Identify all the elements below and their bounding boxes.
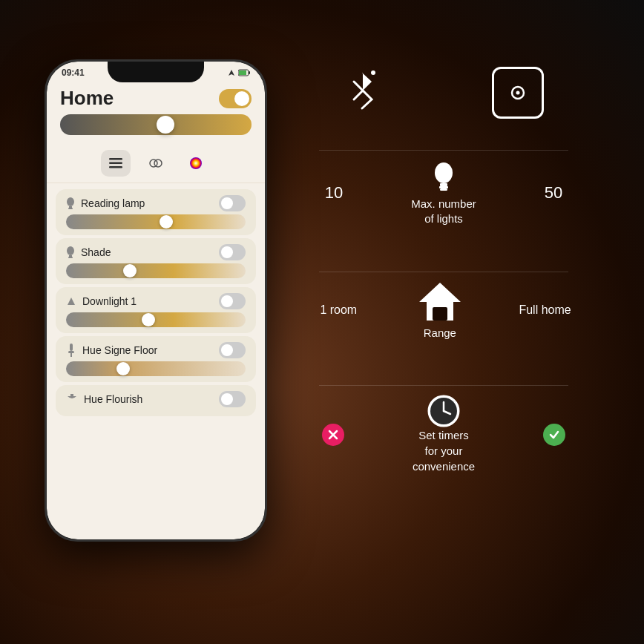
check-icon (549, 430, 559, 440)
bulb-large-icon (433, 160, 455, 197)
svg-rect-18 (68, 351, 74, 353)
hub-inner-icon (505, 79, 531, 106)
hub-icon (492, 67, 544, 119)
svg-rect-2 (239, 70, 246, 75)
light-name-row: Hue Signe Floor (66, 344, 157, 357)
color-icon (189, 157, 203, 170)
svg-rect-20 (70, 394, 73, 396)
hub-max-lights: 50 (539, 183, 568, 203)
svg-rect-27 (440, 188, 447, 191)
phone-notch (108, 62, 204, 82)
light-item-downlight[interactable]: Downlight 1 (56, 287, 256, 333)
bluetooth-icon (344, 67, 381, 119)
light-toggle[interactable] (219, 342, 246, 358)
light-toggle[interactable] (219, 391, 246, 407)
light-slider[interactable] (66, 312, 246, 327)
svg-point-24 (435, 162, 453, 183)
tabs-bar (47, 144, 265, 183)
svg-rect-12 (68, 208, 73, 209)
hub-range: Full home (519, 303, 571, 317)
slider-thumb (123, 264, 137, 277)
light-item-shade[interactable]: Shade (56, 238, 256, 284)
light-item-signe[interactable]: Hue Signe Floor (56, 336, 256, 382)
home-title: Home (60, 87, 114, 110)
light-header: Reading lamp (66, 195, 246, 211)
light-name: Reading lamp (81, 197, 145, 209)
slider-thumb (116, 362, 130, 375)
light-slider[interactable] (66, 263, 246, 278)
battery-icon (238, 69, 250, 76)
info-section: 10 Max. numberof lights 50 1 room Range (288, 59, 599, 638)
svg-rect-5 (109, 162, 122, 165)
row-range: 1 room Range Full home (288, 281, 599, 339)
master-brightness[interactable] (47, 114, 265, 144)
svg-point-8 (154, 160, 162, 167)
status-icons (228, 69, 250, 76)
house-icon (418, 281, 462, 322)
svg-rect-11 (69, 206, 72, 208)
scenes-icon (148, 157, 163, 170)
light-item-reading-lamp[interactable]: Reading lamp (56, 189, 256, 235)
hub-timers-status (543, 424, 565, 446)
light-toggle[interactable] (219, 293, 246, 309)
svg-point-21 (371, 70, 375, 75)
bulb-icon (66, 196, 75, 211)
timers-center: Set timersfor yourconvenience (413, 395, 475, 474)
svg-marker-0 (229, 70, 234, 76)
light-slider[interactable] (66, 361, 246, 376)
phone-mockup: 09:41 Home (30, 45, 282, 608)
svg-rect-17 (70, 344, 73, 351)
svg-rect-26 (439, 186, 448, 188)
phone-screen: 09:41 Home (47, 62, 265, 539)
svg-point-9 (190, 157, 202, 169)
bluetooth-max-lights: 10 (319, 183, 349, 203)
row-max-lights: 10 Max. numberof lights 50 (288, 160, 599, 226)
svg-rect-29 (433, 307, 447, 321)
separator-2 (319, 272, 568, 272)
light-toggle[interactable] (219, 195, 246, 211)
hub-column (492, 67, 544, 119)
light-item-flourish[interactable]: Hue Flourish (56, 385, 256, 416)
light-name: Hue Signe Floor (82, 344, 157, 356)
status-time: 09:41 (62, 68, 85, 78)
light-name: Downlight 1 (82, 295, 137, 307)
svg-point-13 (67, 246, 74, 255)
brightness-thumb (157, 116, 174, 134)
tab-scenes[interactable] (141, 150, 171, 177)
svg-point-23 (516, 91, 520, 95)
bluetooth-column (344, 67, 381, 119)
bulb-icon (66, 245, 75, 260)
list-icon (109, 158, 122, 168)
bluetooth-timers-status (322, 424, 344, 446)
home-header: Home (47, 81, 265, 114)
light-name: Hue Flourish (84, 393, 142, 405)
lights-list: Reading lamp (47, 183, 265, 422)
row-timers: Set timersfor yourconvenience (288, 395, 599, 474)
bluetooth-range: 1 room (316, 303, 361, 317)
svg-rect-14 (69, 255, 72, 257)
tab-list[interactable] (101, 150, 131, 177)
svg-rect-19 (70, 353, 72, 357)
light-name: Shade (81, 246, 111, 258)
slider-thumb (160, 215, 173, 229)
tab-color[interactable] (181, 150, 211, 177)
range-center: Range (418, 281, 462, 339)
ceiling-lamp-icon (66, 394, 78, 404)
home-toggle[interactable] (219, 89, 252, 108)
light-header: Shade (66, 244, 246, 260)
light-name-row: Reading lamp (66, 196, 145, 211)
svg-rect-4 (109, 158, 122, 160)
location-icon (228, 69, 235, 76)
separator-3 (319, 385, 568, 386)
svg-point-10 (67, 197, 74, 206)
light-header: Downlight 1 (66, 293, 246, 309)
light-toggle[interactable] (219, 244, 246, 260)
light-slider[interactable] (66, 214, 246, 229)
svg-rect-25 (440, 183, 447, 186)
cross-icon (328, 430, 338, 440)
range-label: Range (424, 326, 456, 339)
timers-label: Set timersfor yourconvenience (413, 427, 475, 474)
light-name-row: Downlight 1 (66, 295, 137, 307)
clock-icon (427, 395, 460, 427)
phone-frame: 09:41 Home (45, 59, 267, 542)
